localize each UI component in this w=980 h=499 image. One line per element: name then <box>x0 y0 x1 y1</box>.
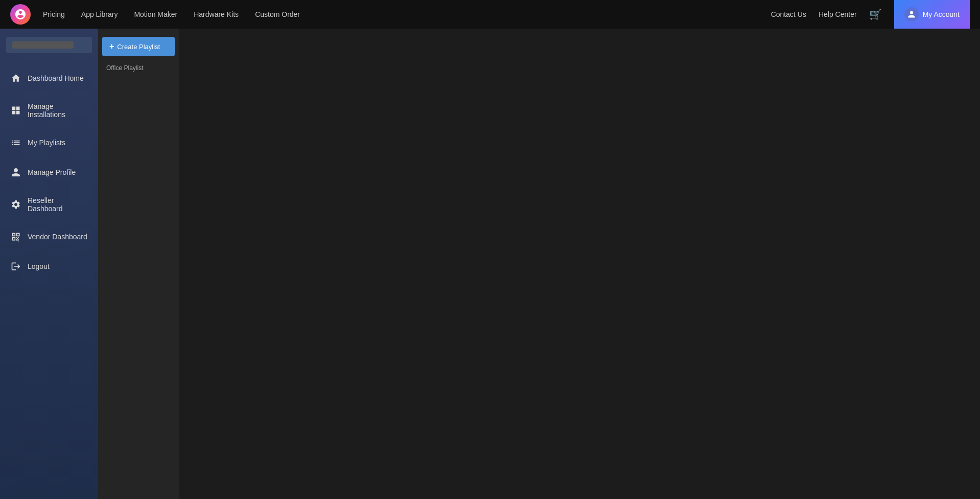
sidebar: Dashboard Home Manage Installations My P… <box>0 29 98 499</box>
sidebar-label-manage-installations: Manage Installations <box>28 102 88 119</box>
settings-icon <box>10 199 21 210</box>
top-nav: Pricing App Library Motion Maker Hardwar… <box>0 0 980 29</box>
user-avatar <box>904 7 919 21</box>
create-playlist-button[interactable]: + Create Playlist <box>102 37 175 56</box>
cart-icon[interactable]: 🛒 <box>869 8 882 20</box>
username-placeholder <box>12 41 74 49</box>
sidebar-label-dashboard-home: Dashboard Home <box>28 74 84 82</box>
logo[interactable] <box>10 4 31 25</box>
sidebar-item-manage-profile[interactable]: Manage Profile <box>0 157 98 187</box>
sidebar-item-dashboard-home[interactable]: Dashboard Home <box>0 63 98 93</box>
sidebar-label-manage-profile: Manage Profile <box>28 168 76 176</box>
sidebar-label-my-playlists: My Playlists <box>28 139 65 147</box>
sidebar-item-reseller-dashboard[interactable]: Reseller Dashboard <box>0 187 98 222</box>
qrcode-icon <box>10 231 21 242</box>
sidebar-label-vendor-dashboard: Vendor Dashboard <box>28 233 87 241</box>
sidebar-item-my-playlists[interactable]: My Playlists <box>0 128 98 157</box>
main-layout: Dashboard Home Manage Installations My P… <box>0 29 980 499</box>
nav-link-pricing[interactable]: Pricing <box>43 10 65 18</box>
logout-icon <box>10 261 21 272</box>
user-button-label: My Account <box>923 10 960 18</box>
nav-link-motion-maker[interactable]: Motion Maker <box>134 10 177 18</box>
nav-link-app-library[interactable]: App Library <box>81 10 118 18</box>
nav-link-custom-order[interactable]: Custom Order <box>255 10 300 18</box>
home-icon <box>10 73 21 84</box>
grid-icon <box>10 105 21 116</box>
user-account-button[interactable]: My Account <box>894 0 970 29</box>
create-playlist-label: Create Playlist <box>117 43 160 51</box>
sidebar-item-vendor-dashboard[interactable]: Vendor Dashboard <box>0 222 98 252</box>
sidebar-label-reseller-dashboard: Reseller Dashboard <box>28 196 88 213</box>
sidebar-username <box>6 37 92 53</box>
sidebar-item-manage-installations[interactable]: Manage Installations <box>0 93 98 128</box>
main-content <box>179 29 980 499</box>
nav-links: Pricing App Library Motion Maker Hardwar… <box>43 10 771 18</box>
nav-right: Contact Us Help Center 🛒 My Account <box>771 0 970 29</box>
nav-help-center[interactable]: Help Center <box>819 10 857 18</box>
plus-icon: + <box>109 42 114 51</box>
user-icon <box>10 167 21 178</box>
playlist-panel: + Create Playlist Office Playlist <box>98 29 179 499</box>
nav-contact-us[interactable]: Contact Us <box>771 10 806 18</box>
playlist-item-office[interactable]: Office Playlist <box>102 62 175 74</box>
nav-link-hardware-kits[interactable]: Hardware Kits <box>194 10 239 18</box>
sidebar-label-logout: Logout <box>28 262 50 270</box>
list-icon <box>10 137 21 148</box>
sidebar-item-logout[interactable]: Logout <box>0 252 98 281</box>
